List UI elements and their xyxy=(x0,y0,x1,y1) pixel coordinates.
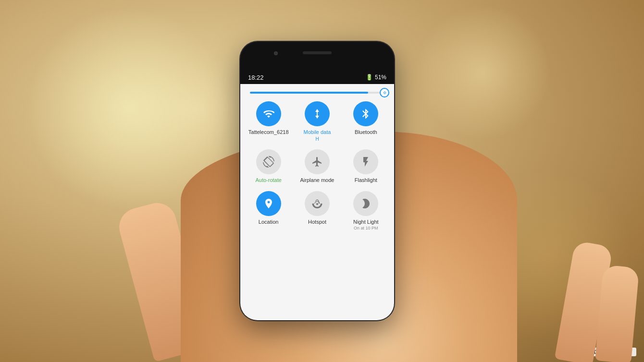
tile-airplane[interactable]: Airplane mode xyxy=(295,149,339,183)
tile-auto-rotate[interactable]: Auto-rotate xyxy=(246,149,291,183)
battery-icon: 🔋 xyxy=(366,74,373,81)
brightness-row[interactable]: ⚙ xyxy=(246,92,388,94)
bluetooth-label: Bluetooth xyxy=(355,129,377,135)
location-label: Location xyxy=(259,219,279,225)
tile-flashlight[interactable]: Flashlight xyxy=(344,149,388,183)
tile-location[interactable]: Location xyxy=(246,191,291,230)
status-right: 🔋 51% xyxy=(366,74,386,81)
tiles-grid-row2: Auto-rotate Airplane mode xyxy=(246,149,388,183)
phone: 18:22 🔋 51% ⚙ xyxy=(240,42,394,320)
auto-rotate-label: Auto-rotate xyxy=(255,177,281,183)
tile-wifi[interactable]: Tattelecom_6218 xyxy=(246,101,291,142)
wifi-icon xyxy=(263,108,274,120)
bluetooth-icon xyxy=(360,108,372,120)
tile-hotspot[interactable]: Hotspot xyxy=(295,191,339,230)
tile-mobile-data[interactable]: Mobile data H xyxy=(295,101,339,142)
wifi-icon-container xyxy=(256,101,281,126)
tile-night-light[interactable]: Night Light On at 10 PM xyxy=(344,191,388,230)
night-light-icon-container xyxy=(353,191,378,216)
rotate-icon xyxy=(263,156,274,168)
wifi-label: Tattelecom_6218 xyxy=(248,129,289,135)
airplane-icon xyxy=(311,156,323,168)
mobile-data-icon-container xyxy=(305,101,330,126)
speaker xyxy=(303,51,332,54)
flashlight-icon-container xyxy=(353,149,378,174)
flashlight-icon xyxy=(360,156,372,168)
tile-bluetooth[interactable]: Bluetooth xyxy=(344,101,388,142)
location-icon-container xyxy=(256,191,281,216)
flashlight-label: Flashlight xyxy=(355,177,377,183)
auto-rotate-icon-container xyxy=(256,149,281,174)
mobile-data-sublabel: H xyxy=(315,136,319,142)
tiles-grid-row1: Tattelecom_6218 Mobile data H xyxy=(246,101,388,142)
status-time: 18:22 xyxy=(248,74,264,81)
hotspot-icon-container xyxy=(305,191,330,216)
location-icon xyxy=(263,198,274,209)
bluetooth-icon-container xyxy=(353,101,378,126)
tiles-grid-row3: Location Hotspot xyxy=(246,191,388,230)
battery-percent: 51% xyxy=(375,74,386,81)
mobile-data-label: Mobile data xyxy=(304,129,331,135)
brightness-sun-icon: ⚙ xyxy=(383,91,386,95)
phone-top xyxy=(240,42,394,71)
hotspot-icon xyxy=(311,198,323,209)
night-light-label: Night Light xyxy=(353,219,379,225)
brightness-thumb[interactable]: ⚙ xyxy=(380,88,389,97)
quick-settings-panel: ⚙ Tattelecom_6218 xyxy=(240,84,394,320)
hotspot-label: Hotspot xyxy=(308,219,326,225)
airplane-icon-container xyxy=(305,149,330,174)
camera xyxy=(274,51,278,55)
status-bar: 18:22 🔋 51% xyxy=(240,71,394,84)
mobile-data-icon xyxy=(311,108,323,120)
night-light-sublabel: On at 10 PM xyxy=(354,226,378,230)
scene: 18:22 🔋 51% ⚙ xyxy=(0,0,644,362)
brightness-slider[interactable]: ⚙ xyxy=(250,92,384,94)
brightness-fill xyxy=(250,92,368,94)
airplane-label: Airplane mode xyxy=(300,177,334,183)
night-icon xyxy=(360,198,372,209)
